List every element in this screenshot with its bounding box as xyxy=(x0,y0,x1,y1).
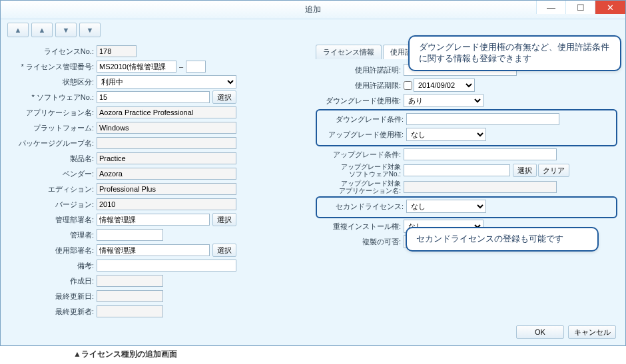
right-column: ライセンス情報 使用許諾 使用許諾証明: 使用許諾期限:2014/09/02 ダ… xyxy=(316,45,617,320)
platform-field xyxy=(97,122,236,134)
ug-app-label: アップグレード対象アプリケーション名: xyxy=(316,180,404,194)
mgmt-no-suffix-field[interactable] xyxy=(186,61,206,73)
sw-no-field[interactable] xyxy=(97,91,210,103)
expiry-label: 使用許諾期限: xyxy=(316,81,404,91)
product-field xyxy=(97,152,236,164)
ug-cond-field[interactable] xyxy=(404,148,557,160)
ok-button[interactable]: OK xyxy=(516,325,564,339)
downgrade-conditions-group: ダウングレード条件: アップグレード使用権:なし xyxy=(316,109,617,146)
ug-app-field xyxy=(404,181,557,193)
downgrade-label: ダウングレード使用権: xyxy=(316,96,404,106)
updated-field xyxy=(97,290,163,302)
created-label: 作成日: xyxy=(9,276,97,286)
app-name-label: アプリケーション名: xyxy=(9,108,97,118)
first-record-button[interactable]: ▲ xyxy=(7,23,29,37)
ug-sw-field[interactable] xyxy=(404,164,510,176)
mgmt-no-field[interactable] xyxy=(97,61,176,73)
manager-label: 管理者: xyxy=(9,230,97,240)
remarks-label: 備考: xyxy=(9,261,97,271)
status-label: 状態区分: xyxy=(9,77,97,87)
callout-top: ダウングレード使用権の有無など、使用許諾条件に関する情報も登録できます xyxy=(408,35,621,71)
next-record-button[interactable]: ▼ xyxy=(55,23,77,37)
pkg-group-label: パッケージグループ名: xyxy=(9,138,97,148)
edition-label: エディション: xyxy=(9,184,97,194)
manager-field[interactable] xyxy=(97,229,163,241)
last-record-button[interactable]: ▼ xyxy=(79,23,101,37)
left-column: ライセンスNo.: * ライセンス管理番号:– 状態区分:利用中 * ソフトウェ… xyxy=(9,45,310,320)
created-field xyxy=(97,275,163,287)
copy-label: 複製の可否: xyxy=(316,237,404,247)
updated-label: 最終更新日: xyxy=(9,291,97,301)
maximize-button[interactable]: ☐ xyxy=(565,1,595,14)
version-label: バージョン: xyxy=(9,200,97,210)
vendor-label: ベンダー: xyxy=(9,169,97,179)
tab-license-info[interactable]: ライセンス情報 xyxy=(316,45,382,59)
minimize-button[interactable]: — xyxy=(536,1,565,14)
sw-no-label: * ソフトウェアNo.: xyxy=(9,92,97,102)
updater-label: 最終更新者: xyxy=(9,307,97,317)
window: 追加 — ☐ ✕ ▲ ▲ ▼ ▼ ライセンスNo.: * ライセンス管理番号:–… xyxy=(0,0,626,346)
second-license-group: セカンドライセンス:なし xyxy=(316,196,617,218)
product-label: 製品名: xyxy=(9,154,97,164)
version-field xyxy=(97,198,236,210)
cancel-button[interactable]: キャンセル xyxy=(568,325,616,339)
edition-field xyxy=(97,183,236,195)
down-icon: ▼ xyxy=(63,26,70,34)
license-no-label: ライセンスNo.: xyxy=(9,47,97,57)
status-select[interactable]: 利用中 xyxy=(97,75,236,89)
app-name-field xyxy=(97,106,236,118)
upgrade-right-label: アップグレード使用権: xyxy=(318,130,406,140)
double-up-icon: ▲ xyxy=(15,26,22,34)
use-dept-label: 使用部署名: xyxy=(9,246,97,256)
titlebar: 追加 — ☐ ✕ xyxy=(1,1,625,19)
downgrade-select[interactable]: あり xyxy=(404,94,483,107)
vendor-field xyxy=(97,168,236,180)
dg-cond-field[interactable] xyxy=(406,113,559,125)
mgmt-no-label: * ライセンス管理番号: xyxy=(9,62,97,72)
close-button[interactable]: ✕ xyxy=(595,1,625,14)
remarks-field[interactable] xyxy=(97,260,236,272)
content-area: ライセンスNo.: * ライセンス管理番号:– 状態区分:利用中 * ソフトウェ… xyxy=(1,41,625,347)
mgmt-dept-field[interactable] xyxy=(97,214,210,226)
sw-select-button[interactable]: 選択 xyxy=(212,91,236,104)
cert-label: 使用許諾証明: xyxy=(316,65,404,75)
expiry-date-select[interactable]: 2014/09/02 xyxy=(414,79,475,92)
expiry-checkbox[interactable] xyxy=(404,81,412,90)
up-icon: ▲ xyxy=(39,26,46,34)
ug-sw-select-button[interactable]: 選択 xyxy=(513,164,537,177)
mgmt-dept-select-button[interactable]: 選択 xyxy=(212,213,236,226)
callout-bottom: セカンドライセンスの登録も可能です xyxy=(406,227,599,252)
upgrade-right-select[interactable]: なし xyxy=(406,128,486,141)
updater-field xyxy=(97,305,163,317)
ug-sw-clear-button[interactable]: クリア xyxy=(538,164,569,177)
license-no-field xyxy=(97,45,137,57)
double-down-icon: ▼ xyxy=(87,26,94,34)
use-dept-field[interactable] xyxy=(97,244,210,256)
screenshot-caption: ▲ライセンス種別の追加画面 xyxy=(73,349,626,360)
dialog-footer: OK キャンセル xyxy=(516,325,616,339)
window-title: 追加 xyxy=(305,4,321,15)
ug-cond-label: アップグレード条件: xyxy=(316,150,404,160)
prev-record-button[interactable]: ▲ xyxy=(31,23,53,37)
use-dept-select-button[interactable]: 選択 xyxy=(212,244,236,257)
dg-cond-label: ダウングレード条件: xyxy=(318,114,406,124)
second-license-select[interactable]: なし xyxy=(406,200,486,213)
pkg-group-field xyxy=(97,137,236,149)
second-label: セカンドライセンス: xyxy=(318,202,406,212)
ug-sw-label: アップグレード対象ソフトウェアNo.: xyxy=(316,163,404,178)
window-buttons: — ☐ ✕ xyxy=(536,1,625,14)
platform-label: プラットフォーム: xyxy=(9,123,97,133)
dup-install-label: 重複インストール権: xyxy=(316,222,404,232)
mgmt-dept-label: 管理部署名: xyxy=(9,215,97,225)
